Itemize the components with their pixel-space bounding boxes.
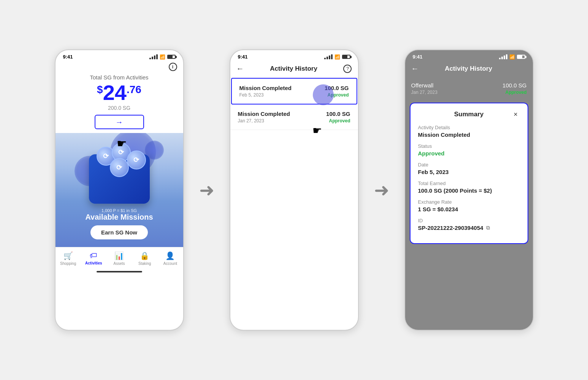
transition-arrow-2: ➜ bbox=[374, 179, 389, 201]
date-field: Date Feb 5, 2023 bbox=[418, 162, 520, 175]
p3-offerwall-left: Offerwall Jan 27, 2023 bbox=[411, 82, 437, 95]
copy-icon[interactable]: ⧉ bbox=[486, 225, 490, 231]
arrow-2: ➜ bbox=[374, 179, 389, 201]
signal-icon-3 bbox=[499, 54, 507, 59]
nav-activities[interactable]: 🏷 Activities bbox=[81, 251, 106, 266]
home-indicator bbox=[55, 268, 183, 276]
missions-rate: 1,000 P = $1 in SG bbox=[85, 208, 153, 213]
arrow-button[interactable]: → bbox=[95, 115, 144, 129]
assets-icon: 📊 bbox=[114, 251, 124, 260]
id-value: SP-20221222-290394054 bbox=[418, 225, 483, 231]
status-value: Approved bbox=[418, 150, 520, 157]
exchange-rate-label: Exchange Rate bbox=[418, 199, 520, 205]
exchange-rate-field: Exchange Rate 1 SG = $0.0234 bbox=[418, 199, 520, 212]
p3-header: ← Activity History bbox=[405, 61, 533, 78]
wifi-icon-2: 📶 bbox=[334, 54, 340, 60]
activity-item-1-left: Mission Completed Feb 5, 2023 bbox=[239, 85, 292, 98]
arrow-1: ➜ bbox=[199, 179, 214, 201]
coin-box: ⟳ ⟳ ⟳ ⟳ bbox=[89, 154, 150, 204]
nav-shopping[interactable]: 🛒 Shopping bbox=[55, 251, 81, 266]
time-3: 9:41 bbox=[413, 54, 423, 60]
id-field: ID SP-20221222-290394054 ⧉ bbox=[418, 218, 520, 231]
nav-shopping-label: Shopping bbox=[60, 261, 76, 266]
coin-3: ⟳ bbox=[127, 150, 146, 169]
status-bar-2: 9:41 📶 bbox=[230, 50, 358, 61]
amount-decimal: .76 bbox=[127, 84, 141, 96]
nav-assets-label: Assets bbox=[114, 261, 125, 266]
activity-details-label: Activity Details bbox=[418, 125, 520, 130]
p1-info-header: i bbox=[55, 61, 183, 71]
modal-header: Summary × bbox=[418, 110, 520, 119]
phone-2-activity-history: 9:41 📶 ← Activity History ? Mission Comp… bbox=[230, 49, 359, 331]
missions-title: Available Missions bbox=[85, 213, 153, 222]
status-icons-2: 📶 bbox=[324, 54, 350, 60]
activity-details-field: Activity Details Mission Completed bbox=[418, 125, 520, 138]
signal-icon bbox=[149, 54, 158, 59]
phone-1-activities: 9:41 📶 i Total SG from Activities $ 24 .… bbox=[55, 49, 184, 331]
account-icon: 👤 bbox=[165, 251, 175, 260]
close-button[interactable]: × bbox=[512, 110, 520, 119]
sg-amount: 200.0 SG bbox=[55, 105, 183, 111]
activity-name-1: Mission Completed bbox=[239, 85, 292, 91]
cursor-icon-1: ☛ bbox=[117, 137, 127, 150]
status-field: Status Approved bbox=[418, 143, 520, 157]
activity-item-2-right: 100.0 SG Approved bbox=[326, 111, 350, 124]
info-icon[interactable]: i bbox=[169, 63, 177, 71]
nav-assets[interactable]: 📊 Assets bbox=[106, 251, 132, 266]
date-value: Feb 5, 2023 bbox=[418, 169, 520, 175]
activity-item-2[interactable]: Mission Completed Jan 27, 2023 100.0 SG … bbox=[230, 104, 358, 130]
total-earned-label: Total Earned bbox=[418, 180, 520, 186]
total-earned-value: 100.0 SG (2000 Points = $2) bbox=[418, 187, 520, 194]
exchange-rate-value: 1 SG = $0.0234 bbox=[418, 206, 520, 212]
nav-staking-label: Staking bbox=[138, 261, 151, 266]
signal-icon-2 bbox=[324, 54, 333, 59]
p3-offerwall-name: Offerwall bbox=[411, 82, 437, 89]
time-1: 9:41 bbox=[63, 54, 73, 60]
time-2: 9:41 bbox=[238, 54, 248, 60]
activity-item-2-left: Mission Completed Jan 27, 2023 bbox=[238, 111, 290, 124]
status-bar-3: 9:41 📶 bbox=[405, 50, 533, 61]
p3-offerwall-date: Jan 27, 2023 bbox=[411, 90, 437, 95]
activities-icon: 🏷 bbox=[90, 251, 97, 260]
total-earned-field: Total Earned 100.0 SG (2000 Points = $2) bbox=[418, 180, 520, 194]
battery-icon bbox=[167, 55, 176, 59]
wifi-icon-3: 📶 bbox=[509, 54, 515, 60]
p3-offerwall-right: 100.0 SG Approved bbox=[502, 82, 526, 95]
illustration-area: ☛ ⟳ ⟳ ⟳ ⟳ 1,000 P = $1 in SG Available M… bbox=[55, 133, 183, 247]
earn-sg-button[interactable]: Earn SG Now bbox=[90, 225, 148, 239]
status-label: Status bbox=[418, 143, 520, 149]
home-bar bbox=[97, 271, 142, 272]
help-icon[interactable]: ? bbox=[343, 65, 352, 73]
transition-arrow-1: ➜ bbox=[199, 179, 214, 201]
status-icons-3: 📶 bbox=[499, 54, 525, 60]
amount-display: $ 24 .76 bbox=[55, 82, 183, 103]
activity-amount-2: 100.0 SG bbox=[326, 111, 350, 117]
nav-account-label: Account bbox=[163, 261, 177, 266]
activity-date-2: Jan 27, 2023 bbox=[238, 118, 290, 124]
back-button-2[interactable]: ← bbox=[236, 64, 244, 73]
nav-account[interactable]: 👤 Account bbox=[157, 251, 183, 266]
activity-name-2: Mission Completed bbox=[238, 111, 290, 117]
back-button-3[interactable]: ← bbox=[411, 64, 419, 73]
id-label: ID bbox=[418, 218, 520, 223]
modal-title: Summary bbox=[426, 111, 512, 118]
page-title-2: Activity History bbox=[270, 65, 317, 73]
p3-offerwall-row[interactable]: Offerwall Jan 27, 2023 100.0 SG Approved bbox=[405, 78, 533, 100]
activity-list: Mission Completed Feb 5, 2023 100.0 SG A… bbox=[230, 78, 358, 130]
staking-icon: 🔒 bbox=[140, 251, 149, 260]
p3-offerwall-status: Approved bbox=[505, 90, 526, 95]
activity-history-header: ← Activity History ? bbox=[230, 61, 358, 78]
cursor-icon-2: ☛ bbox=[312, 124, 322, 137]
status-bar-1: 9:41 📶 bbox=[55, 50, 183, 61]
p3-page-title: Activity History bbox=[445, 65, 492, 73]
nav-activities-label: Activities bbox=[85, 261, 102, 265]
amount-main: 24 bbox=[103, 82, 127, 103]
shopping-icon: 🛒 bbox=[63, 251, 73, 260]
activity-item-1[interactable]: Mission Completed Feb 5, 2023 100.0 SG A… bbox=[231, 78, 357, 104]
nav-staking[interactable]: 🔒 Staking bbox=[132, 251, 157, 266]
coin-4: ⟳ bbox=[110, 158, 129, 177]
phone-3-summary: 9:41 📶 ← Activity History Offerwall Jan … bbox=[404, 49, 534, 331]
activity-date-1: Feb 5, 2023 bbox=[239, 92, 292, 98]
battery-icon-3 bbox=[517, 55, 525, 59]
activity-details-value: Mission Completed bbox=[418, 131, 520, 138]
